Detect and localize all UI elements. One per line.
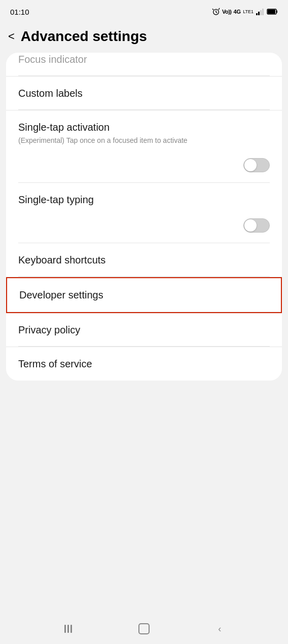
settings-card: Focus indicator Custom labels Single-tap… (6, 53, 282, 381)
focus-indicator-title: Focus indicator (18, 53, 270, 66)
alarm-icon (212, 8, 220, 16)
single-tap-activation-section: Single-tap activation (Experimental) Tap… (6, 110, 282, 183)
volume-icon: Vo)) (222, 9, 232, 15)
custom-labels-item[interactable]: Custom labels (6, 77, 282, 110)
single-tap-activation-item[interactable]: Single-tap activation (Experimental) Tap… (6, 110, 282, 156)
signal-icon (256, 8, 265, 15)
back-button[interactable]: < (8, 30, 15, 43)
single-tap-typing-toggle[interactable] (243, 218, 270, 233)
home-button[interactable] (136, 621, 152, 637)
svg-rect-4 (262, 9, 264, 15)
single-tap-typing-toggle-row (6, 216, 282, 243)
developer-settings-title: Developer settings (19, 288, 269, 301)
back-nav-button[interactable]: ‹ (211, 621, 228, 637)
network-label: LTE1 (243, 9, 254, 14)
privacy-policy-title: Privacy policy (18, 323, 270, 336)
custom-labels-title: Custom labels (18, 87, 270, 100)
single-tap-activation-toggle-row (6, 156, 282, 182)
bottom-nav: ‹ (0, 614, 288, 644)
single-tap-activation-subtitle: (Experimental) Tap once on a focused ite… (18, 136, 270, 146)
developer-settings-highlight: Developer settings (6, 277, 282, 313)
keyboard-shortcuts-title: Keyboard shortcuts (18, 253, 270, 267)
page-title: Advanced settings (21, 28, 147, 45)
svg-rect-3 (260, 10, 262, 15)
keyboard-shortcuts-item[interactable]: Keyboard shortcuts (6, 243, 282, 277)
status-bar: 01:10 Vo)) 4G LTE1 (0, 0, 288, 22)
recent-apps-icon (64, 625, 72, 633)
home-icon (138, 623, 150, 634)
battery-icon (267, 9, 278, 15)
terms-of-service-title: Terms of service (18, 357, 270, 370)
single-tap-activation-title: Single-tap activation (18, 121, 270, 134)
terms-of-service-item[interactable]: Terms of service (6, 347, 282, 381)
bottom-spacer (0, 381, 288, 421)
single-tap-activation-toggle[interactable] (243, 158, 270, 172)
network-type: 4G (233, 9, 241, 15)
back-nav-icon: ‹ (218, 624, 221, 634)
focus-indicator-item[interactable]: Focus indicator (6, 53, 282, 77)
developer-settings-item[interactable]: Developer settings (7, 278, 281, 312)
single-tap-typing-section: Single-tap typing (6, 183, 282, 243)
status-icons: Vo)) 4G LTE1 (212, 8, 278, 16)
single-tap-typing-item[interactable]: Single-tap typing (6, 183, 282, 216)
privacy-policy-item[interactable]: Privacy policy (6, 313, 282, 347)
svg-rect-1 (256, 13, 258, 15)
status-time: 01:10 (10, 8, 29, 16)
phone-container: 01:10 Vo)) 4G LTE1 (0, 0, 288, 644)
single-tap-typing-title: Single-tap typing (18, 193, 270, 206)
svg-rect-2 (258, 12, 260, 15)
svg-rect-6 (276, 11, 277, 13)
svg-rect-7 (268, 10, 275, 14)
recent-apps-button[interactable] (60, 621, 77, 637)
header: < Advanced settings (0, 22, 288, 53)
